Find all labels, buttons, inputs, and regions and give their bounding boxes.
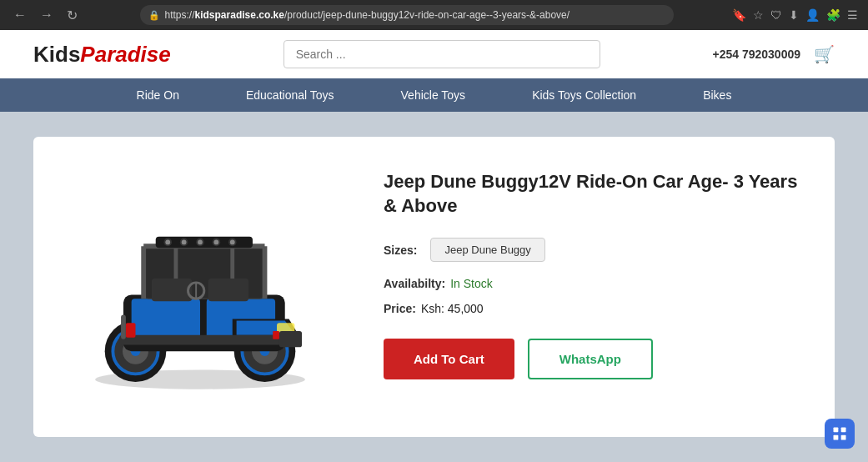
address-bar[interactable]: 🔒 https://kidsparadise.co.ke/product/jee… — [140, 5, 674, 25]
svg-rect-40 — [121, 315, 126, 339]
whatsapp-button[interactable]: WhatsApp — [528, 339, 653, 379]
product-title: Jeep Dune Buggy12V Ride-On Car Age- 3 Ye… — [384, 170, 801, 218]
svg-rect-34 — [119, 335, 285, 345]
header-right: +254 792030009 🛒 — [713, 44, 835, 64]
site-header: KidsParadise +254 792030009 🛒 — [0, 30, 868, 78]
logo[interactable]: KidsParadise — [33, 42, 171, 68]
svg-point-32 — [213, 240, 218, 245]
svg-rect-36 — [126, 323, 136, 337]
browser-chrome: ← → ↻ 🔒 https://kidsparadise.co.ke/produ… — [0, 0, 868, 30]
product-sizes: Sizes: Jeep Dune Buggy — [384, 238, 801, 262]
extension-icon[interactable]: 🧩 — [826, 8, 840, 22]
nav-item-vehicle-toys[interactable]: Vehicle Toys — [368, 78, 499, 112]
svg-rect-21 — [208, 279, 248, 301]
nav-item-ride-on[interactable]: Ride On — [103, 78, 213, 112]
svg-point-33 — [230, 240, 235, 245]
lock-icon: 🔒 — [148, 10, 160, 21]
price-label: Price: — [384, 302, 416, 315]
add-to-cart-button[interactable]: Add To Cart — [384, 339, 514, 379]
svg-rect-35 — [279, 331, 302, 347]
sizes-label: Sizes: — [384, 244, 417, 257]
logo-paradise: Paradise — [80, 42, 170, 67]
product-card: Jeep Dune Buggy12V Ride-On Car Age- 3 Ye… — [33, 137, 835, 437]
svg-point-29 — [165, 240, 170, 245]
browser-toolbar-right: 🔖 ☆ 🛡 ⬇ 👤 🧩 ☰ — [732, 8, 858, 22]
action-buttons: Add To Cart WhatsApp — [384, 339, 801, 379]
shield-icon[interactable]: 🛡 — [770, 8, 782, 22]
phone-number: +254 792030009 — [713, 48, 801, 61]
svg-rect-44 — [841, 435, 846, 440]
download-icon[interactable]: ⬇ — [789, 8, 799, 22]
cart-icon[interactable]: 🛒 — [814, 44, 835, 64]
availability-value: In Stock — [450, 277, 493, 290]
product-price: Price: Ksh: 45,000 — [384, 302, 801, 315]
star-icon[interactable]: ☆ — [753, 8, 764, 22]
nav-item-educational-toys[interactable]: Educational Toys — [213, 78, 368, 112]
size-option-button[interactable]: Jeep Dune Buggy — [430, 238, 544, 262]
forward-button[interactable]: → — [37, 6, 57, 24]
menu-icon[interactable]: ☰ — [847, 8, 858, 22]
bookmark-icon[interactable]: 🔖 — [732, 8, 746, 22]
svg-rect-41 — [834, 428, 839, 433]
svg-rect-42 — [841, 428, 846, 433]
product-image-area — [67, 162, 334, 395]
svg-rect-20 — [152, 279, 192, 301]
grid-icon — [831, 425, 848, 442]
nav-item-kids-toys-collection[interactable]: Kids Toys Collection — [499, 78, 670, 112]
nav-bar: Ride On Educational Toys Vehicle Toys Ki… — [0, 78, 868, 112]
product-availability: Availabilty: In Stock — [384, 277, 801, 290]
url-text: https://kidsparadise.co.ke/product/jeep-… — [165, 9, 570, 21]
product-image — [71, 162, 329, 395]
nav-item-bikes[interactable]: Bikes — [670, 78, 765, 112]
logo-kids: Kids — [33, 42, 80, 67]
availability-label: Availabilty: — [384, 277, 445, 290]
profile-icon[interactable]: 👤 — [805, 8, 820, 22]
refresh-button[interactable]: ↻ — [63, 6, 81, 25]
accessibility-widget[interactable] — [825, 419, 855, 449]
svg-point-31 — [198, 240, 203, 245]
search-input[interactable] — [283, 40, 600, 68]
back-button[interactable]: ← — [10, 6, 30, 24]
price-value: Ksh: 45,000 — [421, 302, 484, 315]
product-details: Jeep Dune Buggy12V Ride-On Car Age- 3 Ye… — [384, 162, 801, 379]
main-content: Jeep Dune Buggy12V Ride-On Car Age- 3 Ye… — [0, 112, 868, 462]
svg-rect-37 — [273, 331, 279, 339]
svg-point-30 — [182, 240, 187, 245]
svg-rect-43 — [834, 435, 839, 440]
